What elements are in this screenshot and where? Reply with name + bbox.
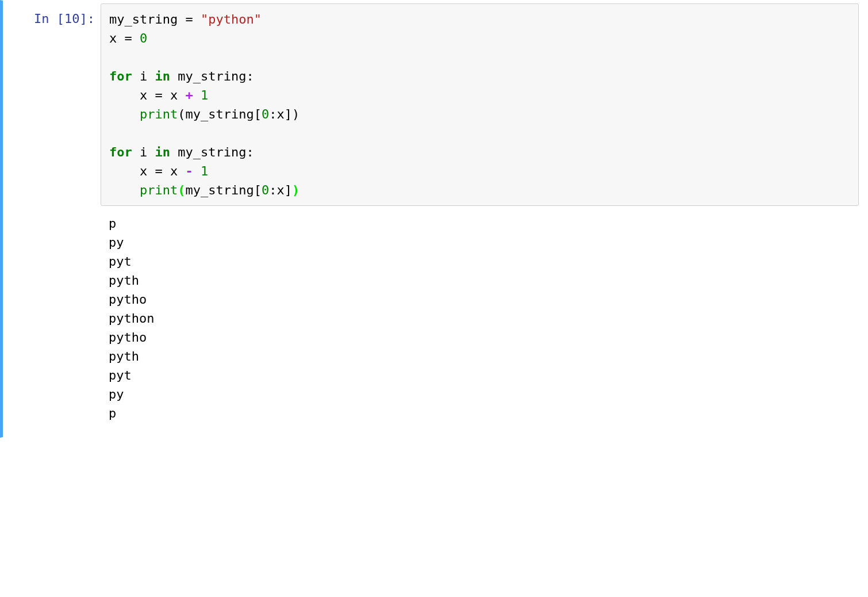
input-prompt: In [10]: (3, 3, 101, 434)
code-line: for i in my_string: (109, 143, 850, 162)
code-line (109, 48, 850, 67)
cell-content: my_string = "python"x = 0 for i in my_st… (101, 3, 865, 434)
prompt-label: In [10]: (34, 12, 95, 26)
cell-output: p py pyt pyth pytho python pytho pyth py… (101, 206, 859, 434)
code-line: x = 0 (109, 29, 850, 48)
code-line: x = x + 1 (109, 86, 850, 105)
notebook-cell: In [10]: my_string = "python"x = 0 for i… (0, 0, 868, 438)
code-line: print(my_string[0:x]) (109, 105, 850, 124)
code-input[interactable]: my_string = "python"x = 0 for i in my_st… (101, 3, 859, 206)
code-line: x = x - 1 (109, 162, 850, 181)
code-line: print(my_string[0:x]) (109, 181, 850, 200)
code-line: for i in my_string: (109, 67, 850, 86)
code-line: my_string = "python" (109, 10, 850, 29)
code-line (109, 124, 850, 143)
